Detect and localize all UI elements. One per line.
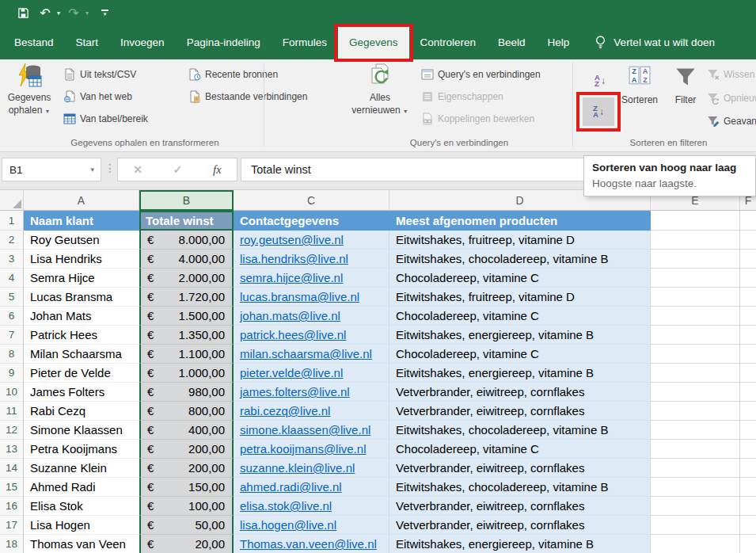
row-header-7[interactable]: 7: [0, 326, 24, 345]
tab-pagina-indeling[interactable]: Pagina-indeling: [176, 25, 272, 59]
cell-email[interactable]: james.folters@live.nl: [234, 383, 389, 402]
cell-amount-selected[interactable]: €200,00: [139, 459, 234, 478]
email-link[interactable]: elisa.stok@live.nl: [240, 499, 332, 513]
cell-email[interactable]: rabi.cezq@live.nl: [234, 402, 389, 421]
select-all-button[interactable]: [0, 190, 24, 211]
cell-f1[interactable]: [740, 211, 756, 231]
from-text-csv-button[interactable]: Uit tekst/CSV: [63, 68, 136, 81]
cell-products[interactable]: Vetverbrander, eiwitreep, cornflakes: [389, 402, 651, 421]
cell-empty-e[interactable]: [651, 421, 740, 440]
email-link[interactable]: lisa.hendriks@live.nl: [240, 252, 348, 265]
cell-empty-f[interactable]: [740, 326, 756, 345]
reapply-filter-button[interactable]: Opnieuw: [707, 92, 756, 105]
email-link[interactable]: james.folters@live.nl: [240, 385, 350, 399]
sort-descending-button[interactable]: ZA↓: [583, 97, 614, 126]
column-header-a[interactable]: A: [24, 190, 139, 211]
email-link[interactable]: simone.klaassen@live.nl: [240, 423, 370, 437]
cell-empty-f[interactable]: [740, 383, 756, 402]
cell-name[interactable]: Patrick Hees: [24, 326, 139, 345]
cell-products[interactable]: Eitwitshakes, energiereep, vitamine B: [389, 326, 651, 345]
cell-empty-e[interactable]: [651, 345, 740, 364]
cell-empty-f[interactable]: [740, 421, 756, 440]
get-data-button[interactable]: Gegevensophalen▼: [2, 63, 57, 116]
cell-email[interactable]: Thomas.van.veen@live.nl: [234, 535, 389, 553]
cell-empty-f[interactable]: [740, 345, 756, 364]
row-header-6[interactable]: 6: [0, 307, 24, 326]
cell-amount-selected[interactable]: €1.720,00: [139, 288, 234, 307]
cell-amount-selected[interactable]: €980,00: [139, 383, 234, 402]
row-header-8[interactable]: 8: [0, 345, 24, 364]
email-link[interactable]: milan.schaarsma@live.nl: [240, 347, 372, 360]
cell-empty-f[interactable]: [740, 364, 756, 383]
cell-empty-e[interactable]: [651, 535, 740, 553]
cell-empty-e[interactable]: [651, 402, 740, 421]
cell-empty-e[interactable]: [651, 307, 740, 326]
cell-name[interactable]: Petra Kooijmans: [24, 440, 139, 459]
cell-empty-f[interactable]: [740, 535, 756, 553]
cell-email[interactable]: elisa.stok@live.nl: [234, 497, 389, 516]
cell-products[interactable]: Chocoladereep, vitamine C: [389, 307, 651, 326]
cell-products[interactable]: Eitwitshakes, fruitreep, vitamine D: [389, 231, 651, 250]
cell-products[interactable]: Eitwitshakes, energiereep, vitamine B: [389, 364, 651, 383]
cell-products[interactable]: Chocoladereep, vitamine C: [389, 345, 651, 364]
email-link[interactable]: lisa.hogen@live.nl: [240, 518, 336, 532]
tell-me-box[interactable]: Vertel wat u wilt doen: [595, 25, 715, 59]
cell-products[interactable]: Eitwitshakes, chocoladereep, vitamine B: [389, 421, 651, 440]
cell-products[interactable]: Vetverbrander, eiwitreep, cornflakes: [389, 459, 651, 478]
cell-email[interactable]: petra.kooijmans@live.nl: [234, 440, 389, 459]
redo-button[interactable]: ↷: [65, 3, 82, 22]
cell-empty-e[interactable]: [651, 364, 740, 383]
cell-empty-f[interactable]: [740, 250, 756, 269]
advanced-filter-button[interactable]: Geavanceerd: [707, 115, 756, 128]
cell-empty-f[interactable]: [740, 269, 756, 288]
email-link[interactable]: johan.mats@live.nl: [240, 309, 340, 322]
tab-start[interactable]: Start: [65, 25, 110, 59]
cell-empty-e[interactable]: [651, 288, 740, 307]
cell-email[interactable]: semra.hijce@live.nl: [234, 269, 389, 288]
cell-name[interactable]: Elisa Stok: [24, 497, 139, 516]
row-header-4[interactable]: 4: [0, 269, 24, 288]
recent-sources-button[interactable]: Recente bronnen: [188, 68, 278, 81]
cell-email[interactable]: ahmed.radi@live.nl: [234, 478, 389, 497]
cell-amount-selected[interactable]: €800,00: [139, 402, 234, 421]
cell-email[interactable]: patrick.hees@live.nl: [234, 326, 389, 345]
cell-products[interactable]: Vetverbrander, eiwitreep, cornflakes: [389, 516, 651, 535]
insert-function-icon[interactable]: fx: [213, 163, 222, 177]
cell-products[interactable]: Vetverbrander, eiwitreep, cornflakes: [389, 383, 651, 402]
redo-caret-icon[interactable]: ▾: [85, 10, 89, 17]
row-header-18[interactable]: 18: [0, 535, 24, 553]
cell-empty-f[interactable]: [740, 497, 756, 516]
cell-name[interactable]: Milan Schaarsma: [24, 345, 139, 364]
cell-empty-e[interactable]: [651, 478, 740, 497]
cell-empty-e[interactable]: [651, 459, 740, 478]
column-header-b-selected[interactable]: B: [139, 190, 234, 211]
tab-bestand[interactable]: Bestand: [3, 25, 65, 59]
existing-connections-button[interactable]: Bestaande verbindingen: [188, 90, 307, 103]
cell-amount-selected[interactable]: €20,00: [139, 535, 234, 553]
cell-amount-selected[interactable]: €1.000,00: [139, 364, 234, 383]
email-link[interactable]: petra.kooijmans@live.nl: [240, 442, 366, 456]
email-link[interactable]: suzanne.klein@live.nl: [240, 461, 355, 475]
row-header-12[interactable]: 12: [0, 421, 24, 440]
email-link[interactable]: pieter.velde@live.nl: [240, 366, 343, 379]
cell-name[interactable]: Roy Geutsen: [24, 231, 139, 250]
save-button[interactable]: [14, 3, 32, 22]
cell-name[interactable]: James Folters: [24, 383, 139, 402]
cell-email[interactable]: roy.geutsen@live.nl: [234, 231, 389, 250]
header-cell-naam-klant[interactable]: Naam klant: [24, 211, 139, 231]
cell-name[interactable]: Suzanne Klein: [24, 459, 139, 478]
cell-empty-f[interactable]: [740, 440, 756, 459]
cell-name[interactable]: Lisa Hendriks: [24, 250, 139, 269]
cell-empty-f[interactable]: [740, 402, 756, 421]
cell-email[interactable]: pieter.velde@live.nl: [234, 364, 389, 383]
name-box[interactable]: B1 ▾: [2, 158, 101, 181]
email-link[interactable]: patrick.hees@live.nl: [240, 328, 346, 341]
cell-email[interactable]: suzanne.klein@live.nl: [234, 459, 389, 478]
cell-email[interactable]: johan.mats@live.nl: [234, 307, 389, 326]
cell-empty-e[interactable]: [651, 269, 740, 288]
sort-button[interactable]: Z A A Z Sorteren: [617, 66, 663, 107]
email-link[interactable]: lucas.bransma@live.nl: [240, 290, 359, 303]
email-link[interactable]: rabi.cezq@live.nl: [240, 404, 330, 418]
cell-name[interactable]: Lisa Hogen: [24, 516, 139, 535]
cell-empty-f[interactable]: [740, 288, 756, 307]
